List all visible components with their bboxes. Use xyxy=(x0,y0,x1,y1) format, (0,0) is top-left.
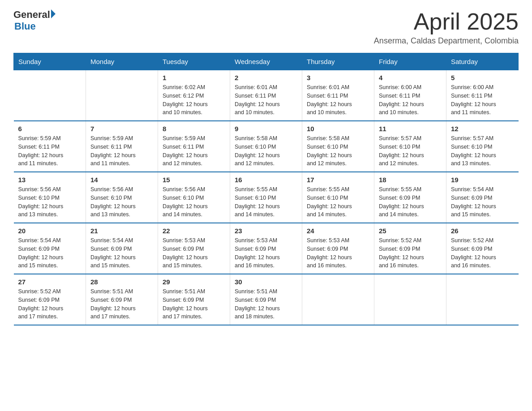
logo-triangle-icon xyxy=(51,9,56,18)
header: General Blue April 2025 Anserma, Caldas … xyxy=(13,9,519,46)
day-info: Sunrise: 5:52 AM Sunset: 6:09 PM Dayligh… xyxy=(451,236,514,270)
day-number: 6 xyxy=(18,125,82,133)
calendar-cell: 25Sunrise: 5:52 AM Sunset: 6:09 PM Dayli… xyxy=(374,223,446,274)
day-info: Sunrise: 6:01 AM Sunset: 6:11 PM Dayligh… xyxy=(235,83,297,117)
day-number: 8 xyxy=(163,125,225,133)
calendar-table: SundayMondayTuesdayWednesdayThursdayFrid… xyxy=(13,53,519,325)
header-friday: Friday xyxy=(374,53,446,70)
calendar-cell: 14Sunrise: 5:56 AM Sunset: 6:10 PM Dayli… xyxy=(86,172,158,223)
header-tuesday: Tuesday xyxy=(158,53,230,70)
day-info: Sunrise: 5:59 AM Sunset: 6:11 PM Dayligh… xyxy=(90,134,153,168)
day-number: 22 xyxy=(163,227,225,235)
day-info: Sunrise: 5:53 AM Sunset: 6:09 PM Dayligh… xyxy=(163,236,225,270)
day-info: Sunrise: 5:54 AM Sunset: 6:09 PM Dayligh… xyxy=(90,236,153,270)
day-info: Sunrise: 6:00 AM Sunset: 6:11 PM Dayligh… xyxy=(451,83,514,117)
week-row-5: 27Sunrise: 5:52 AM Sunset: 6:09 PM Dayli… xyxy=(14,274,519,325)
day-number: 24 xyxy=(307,227,369,235)
subtitle: Anserma, Caldas Department, Colombia xyxy=(374,36,519,46)
calendar-cell xyxy=(86,70,158,121)
day-info: Sunrise: 6:00 AM Sunset: 6:11 PM Dayligh… xyxy=(379,83,442,117)
calendar-cell: 6Sunrise: 5:59 AM Sunset: 6:11 PM Daylig… xyxy=(14,121,86,172)
day-number: 21 xyxy=(90,227,153,235)
day-info: Sunrise: 5:56 AM Sunset: 6:10 PM Dayligh… xyxy=(90,185,153,219)
calendar-cell: 21Sunrise: 5:54 AM Sunset: 6:09 PM Dayli… xyxy=(86,223,158,274)
calendar-header-row: SundayMondayTuesdayWednesdayThursdayFrid… xyxy=(14,53,519,70)
day-number: 3 xyxy=(307,74,369,81)
day-info: Sunrise: 5:52 AM Sunset: 6:09 PM Dayligh… xyxy=(379,236,442,270)
calendar-cell: 22Sunrise: 5:53 AM Sunset: 6:09 PM Dayli… xyxy=(158,223,230,274)
calendar-cell: 9Sunrise: 5:58 AM Sunset: 6:10 PM Daylig… xyxy=(230,121,302,172)
day-number: 17 xyxy=(307,176,369,184)
day-info: Sunrise: 5:57 AM Sunset: 6:10 PM Dayligh… xyxy=(379,134,442,168)
day-info: Sunrise: 5:51 AM Sunset: 6:09 PM Dayligh… xyxy=(163,287,225,321)
calendar-cell: 3Sunrise: 6:01 AM Sunset: 6:11 PM Daylig… xyxy=(302,70,374,121)
calendar-cell: 16Sunrise: 5:55 AM Sunset: 6:10 PM Dayli… xyxy=(230,172,302,223)
day-info: Sunrise: 5:53 AM Sunset: 6:09 PM Dayligh… xyxy=(235,236,297,270)
calendar-cell: 18Sunrise: 5:55 AM Sunset: 6:09 PM Dayli… xyxy=(374,172,446,223)
day-info: Sunrise: 5:54 AM Sunset: 6:09 PM Dayligh… xyxy=(451,185,514,219)
header-wednesday: Wednesday xyxy=(230,53,302,70)
day-number: 13 xyxy=(18,176,82,184)
day-info: Sunrise: 5:59 AM Sunset: 6:11 PM Dayligh… xyxy=(18,134,82,168)
day-info: Sunrise: 5:51 AM Sunset: 6:09 PM Dayligh… xyxy=(235,287,297,321)
day-number: 27 xyxy=(18,278,82,286)
day-info: Sunrise: 5:56 AM Sunset: 6:10 PM Dayligh… xyxy=(18,185,82,219)
day-number: 4 xyxy=(379,74,442,81)
day-info: Sunrise: 5:58 AM Sunset: 6:10 PM Dayligh… xyxy=(235,134,297,168)
calendar-cell: 4Sunrise: 6:00 AM Sunset: 6:11 PM Daylig… xyxy=(374,70,446,121)
day-number: 9 xyxy=(235,125,297,133)
day-number: 5 xyxy=(451,74,514,81)
day-number: 7 xyxy=(90,125,153,133)
day-info: Sunrise: 6:01 AM Sunset: 6:11 PM Dayligh… xyxy=(307,83,369,117)
header-sunday: Sunday xyxy=(14,53,86,70)
day-info: Sunrise: 5:55 AM Sunset: 6:10 PM Dayligh… xyxy=(307,185,369,219)
week-row-3: 13Sunrise: 5:56 AM Sunset: 6:10 PM Dayli… xyxy=(14,172,519,223)
day-number: 14 xyxy=(90,176,153,184)
day-number: 18 xyxy=(379,176,442,184)
calendar-cell xyxy=(14,70,86,121)
calendar-cell: 29Sunrise: 5:51 AM Sunset: 6:09 PM Dayli… xyxy=(158,274,230,325)
logo-blue: Blue xyxy=(14,21,56,32)
day-number: 15 xyxy=(163,176,225,184)
calendar-cell: 10Sunrise: 5:58 AM Sunset: 6:10 PM Dayli… xyxy=(302,121,374,172)
day-number: 20 xyxy=(18,227,82,235)
calendar-cell xyxy=(446,274,519,325)
day-number: 10 xyxy=(307,125,369,133)
calendar-cell: 13Sunrise: 5:56 AM Sunset: 6:10 PM Dayli… xyxy=(14,172,86,223)
title-area: April 2025 Anserma, Caldas Department, C… xyxy=(374,9,519,46)
calendar-cell: 7Sunrise: 5:59 AM Sunset: 6:11 PM Daylig… xyxy=(86,121,158,172)
day-info: Sunrise: 5:59 AM Sunset: 6:11 PM Dayligh… xyxy=(163,134,225,168)
day-info: Sunrise: 5:54 AM Sunset: 6:09 PM Dayligh… xyxy=(18,236,82,270)
calendar-cell: 2Sunrise: 6:01 AM Sunset: 6:11 PM Daylig… xyxy=(230,70,302,121)
day-number: 25 xyxy=(379,227,442,235)
calendar-cell: 19Sunrise: 5:54 AM Sunset: 6:09 PM Dayli… xyxy=(446,172,519,223)
day-info: Sunrise: 5:56 AM Sunset: 6:10 PM Dayligh… xyxy=(163,185,225,219)
calendar-cell: 11Sunrise: 5:57 AM Sunset: 6:10 PM Dayli… xyxy=(374,121,446,172)
day-info: Sunrise: 5:52 AM Sunset: 6:09 PM Dayligh… xyxy=(18,287,82,321)
calendar-cell: 23Sunrise: 5:53 AM Sunset: 6:09 PM Dayli… xyxy=(230,223,302,274)
day-number: 12 xyxy=(451,125,514,133)
calendar-cell: 26Sunrise: 5:52 AM Sunset: 6:09 PM Dayli… xyxy=(446,223,519,274)
page-title: April 2025 xyxy=(374,9,519,34)
day-info: Sunrise: 5:58 AM Sunset: 6:10 PM Dayligh… xyxy=(307,134,369,168)
calendar-cell xyxy=(374,274,446,325)
day-info: Sunrise: 5:55 AM Sunset: 6:10 PM Dayligh… xyxy=(235,185,297,219)
day-number: 30 xyxy=(235,278,297,286)
header-saturday: Saturday xyxy=(446,53,519,70)
day-info: Sunrise: 6:02 AM Sunset: 6:12 PM Dayligh… xyxy=(163,83,225,117)
day-number: 29 xyxy=(163,278,225,286)
day-number: 19 xyxy=(451,176,514,184)
header-thursday: Thursday xyxy=(302,53,374,70)
day-number: 2 xyxy=(235,74,297,81)
calendar-cell: 20Sunrise: 5:54 AM Sunset: 6:09 PM Dayli… xyxy=(14,223,86,274)
calendar-cell: 27Sunrise: 5:52 AM Sunset: 6:09 PM Dayli… xyxy=(14,274,86,325)
day-number: 1 xyxy=(163,74,225,81)
calendar-cell: 24Sunrise: 5:53 AM Sunset: 6:09 PM Dayli… xyxy=(302,223,374,274)
day-number: 11 xyxy=(379,125,442,133)
logo-general: General xyxy=(13,9,50,21)
calendar-cell: 15Sunrise: 5:56 AM Sunset: 6:10 PM Dayli… xyxy=(158,172,230,223)
logo: General Blue xyxy=(13,9,56,32)
week-row-1: 1Sunrise: 6:02 AM Sunset: 6:12 PM Daylig… xyxy=(14,70,519,121)
calendar-cell xyxy=(302,274,374,325)
calendar-cell: 1Sunrise: 6:02 AM Sunset: 6:12 PM Daylig… xyxy=(158,70,230,121)
